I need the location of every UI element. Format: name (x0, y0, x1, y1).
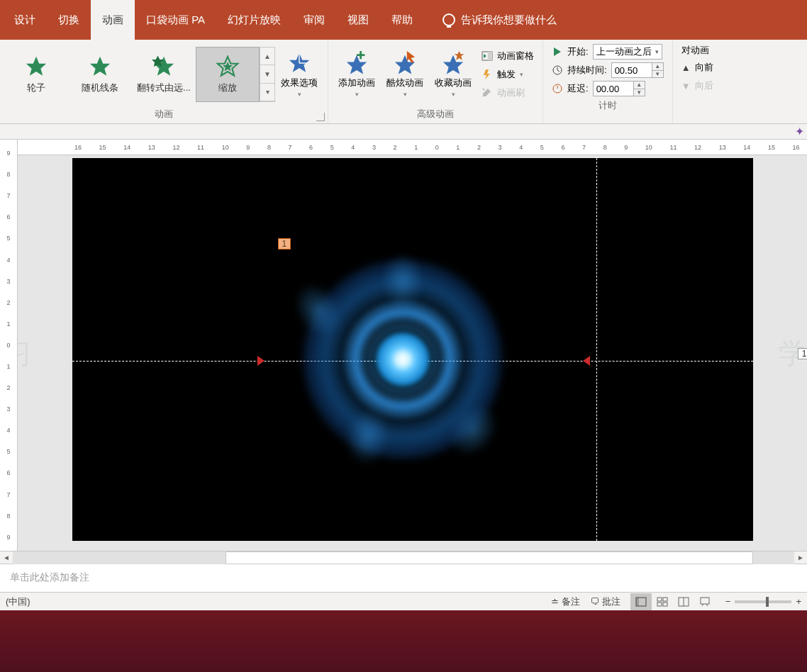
language-status[interactable]: (中国) (6, 595, 30, 608)
duration-input[interactable] (611, 62, 652, 78)
reading-view-button[interactable] (673, 593, 694, 610)
status-bar: (中国) ≐ 备注 🗨 批注 − + (0, 592, 807, 610)
reorder-label: 对动画 (681, 44, 713, 57)
notes-toggle[interactable]: ≐ 备注 (551, 595, 580, 608)
svg-marker-15 (454, 51, 464, 60)
animation-pane-button[interactable]: 动画窗格 (482, 48, 534, 64)
svg-marker-12 (395, 55, 415, 74)
move-later-button[interactable]: ▼ 向后 (681, 78, 713, 94)
tab-view[interactable]: 视图 (336, 0, 380, 40)
add-animation-button[interactable]: 添加动画 ▾ (333, 43, 381, 106)
motion-end-icon[interactable] (583, 356, 590, 366)
dropdown-icon: ▾ (655, 48, 659, 55)
sorter-view-button[interactable] (652, 593, 673, 610)
scroll-track[interactable] (13, 551, 794, 564)
gallery-more[interactable]: ▾ (260, 84, 274, 101)
animation-tag[interactable]: 1 (278, 238, 291, 250)
move-later-label: 向后 (695, 79, 713, 92)
anim-wheel[interactable]: 轮子 (4, 47, 68, 102)
animation-pane-toggle-icon[interactable]: ✦ (791, 124, 807, 139)
svg-rect-17 (488, 52, 492, 60)
notes-pane[interactable]: 单击此处添加备注 (0, 564, 807, 592)
view-buttons (630, 593, 716, 610)
play-icon (552, 46, 563, 57)
effect-options-button[interactable]: 效果选项 ▾ (275, 43, 323, 106)
anim-random-bars[interactable]: 随机线条 (68, 47, 132, 102)
add-animation-label: 添加动画 (338, 77, 375, 89)
ribbon: 轮子 随机线条 翻转式由远... 缩放 ▲ ▼ ▾ 效果选项 (0, 40, 807, 124)
brush-icon (482, 87, 493, 99)
group-animation-label: 动画 (0, 106, 328, 123)
star-icon (88, 55, 112, 79)
anim-wheel-label: 轮子 (27, 82, 45, 94)
svg-rect-11 (357, 54, 364, 56)
move-earlier-button[interactable]: ▲ 向前 (681, 60, 713, 75)
svg-marker-21 (482, 88, 485, 91)
tab-slideshow[interactable]: 幻灯片放映 (216, 0, 292, 40)
normal-view-button[interactable] (630, 593, 652, 610)
trigger-button[interactable]: 触发 ▾ (482, 67, 534, 82)
gallery-spinner: ▲ ▼ ▾ (260, 47, 275, 102)
svg-marker-19 (484, 69, 490, 79)
slide-area[interactable]: 习 学习 1 (18, 155, 807, 551)
horizontal-scrollbar[interactable]: ◄ ► (0, 551, 807, 564)
trigger-label: 触发 (497, 68, 516, 81)
slideshow-view-button[interactable] (694, 593, 716, 610)
svg-marker-22 (554, 47, 561, 56)
motion-start-icon[interactable] (257, 356, 265, 366)
star-icon (152, 55, 176, 79)
bulb-icon (443, 13, 455, 26)
spin-up[interactable]: ▲ (634, 82, 645, 89)
animation-painter-button[interactable]: 动画刷 (482, 85, 534, 101)
dropdown-icon: ▾ (355, 91, 359, 98)
anim-random-bars-label: 随机线条 (82, 82, 118, 94)
tab-design[interactable]: 设计 (3, 0, 47, 40)
horizontal-ruler: 1615141312111098765432101234567891011121… (18, 140, 807, 155)
group-advanced-label: 高级动画 (328, 106, 542, 123)
star-plus-icon (345, 51, 369, 75)
svg-marker-18 (484, 54, 486, 58)
slide-canvas[interactable]: 1 1 (72, 158, 753, 541)
delay-input[interactable] (593, 81, 634, 96)
zoom-slider[interactable] (735, 600, 791, 603)
scroll-thumb[interactable] (226, 551, 753, 564)
svg-rect-32 (657, 603, 662, 606)
anim-zoom[interactable]: 缩放 (196, 47, 260, 102)
svg-marker-0 (26, 57, 46, 76)
comments-toggle[interactable]: 🗨 批注 (590, 595, 620, 608)
work-area: 9876543210123456789 16151413121110987654… (0, 140, 807, 551)
gallery-down[interactable]: ▼ (260, 65, 274, 83)
dialog-launcher-icon[interactable] (316, 113, 325, 121)
tab-help[interactable]: 帮助 (380, 0, 424, 40)
animation-indicator[interactable]: 1 (798, 348, 807, 359)
delay-label: 延迟: (567, 82, 589, 95)
start-combo[interactable]: 上一动画之后 ▾ (593, 44, 662, 60)
lightning-icon (482, 69, 493, 80)
energy-ball-image[interactable] (304, 260, 502, 459)
cool-animation-button[interactable]: 酷炫动画 ▾ (381, 43, 429, 106)
spin-down[interactable]: ▼ (652, 71, 663, 78)
zoom-out-button[interactable]: − (725, 596, 731, 607)
gallery-up[interactable]: ▲ (260, 47, 274, 65)
tab-transition[interactable]: 切换 (47, 0, 91, 40)
delay-icon (552, 83, 563, 94)
vertical-ruler: 9876543210123456789 (0, 140, 18, 551)
start-label: 开始: (567, 45, 589, 58)
svg-marker-13 (407, 51, 415, 63)
duration-label: 持续时间: (567, 64, 607, 77)
spin-down[interactable]: ▼ (634, 89, 645, 96)
fav-animation-button[interactable]: 收藏动画 ▾ (429, 43, 477, 106)
scroll-right-button[interactable]: ► (794, 554, 807, 561)
star-small-icon (441, 51, 465, 75)
spin-up[interactable]: ▲ (652, 63, 663, 71)
scroll-left-button[interactable]: ◄ (0, 554, 13, 561)
tab-animation[interactable]: 动画 (91, 0, 135, 40)
anim-flip[interactable]: 翻转式由远... (132, 47, 196, 102)
zoom-in-button[interactable]: + (796, 596, 801, 607)
cool-animation-label: 酷炫动画 (386, 77, 423, 89)
star-cursor-icon (393, 51, 417, 75)
tab-review[interactable]: 审阅 (292, 0, 336, 40)
svg-marker-9 (347, 55, 367, 74)
tab-pocket-animation[interactable]: 口袋动画 PA (135, 0, 216, 40)
tell-me-search[interactable]: 告诉我你想要做什么 (431, 0, 568, 40)
